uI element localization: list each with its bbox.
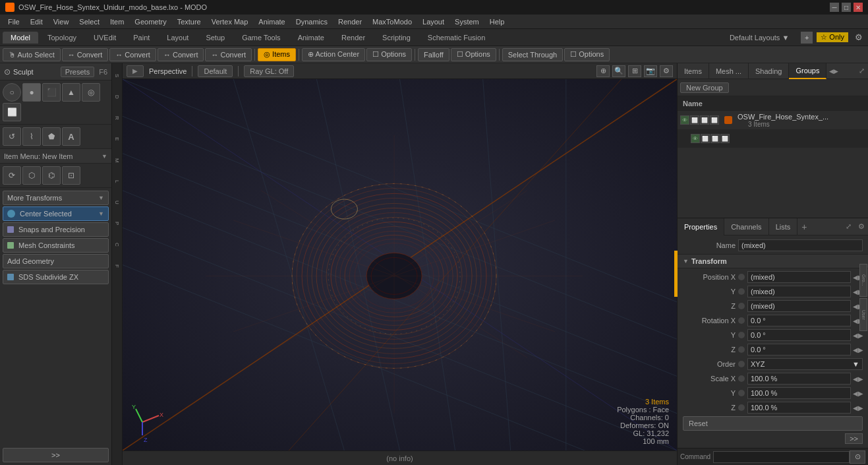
scale-y-arrow[interactable]: ◀▶ [854,388,863,398]
menubar-item-dynamics[interactable]: Dynamics [291,16,333,27]
item-sub-lock[interactable]: ⬜ [710,134,720,143]
transform-collapse[interactable]: ▼ [683,258,689,264]
add-tab-button[interactable]: + [797,218,811,235]
layout-tab-scripting[interactable]: Scripting [374,32,419,44]
falloff-button[interactable]: Falloff [418,48,449,61]
rotation-x-value[interactable]: 0.0 ° [747,315,851,326]
menubar-item-item[interactable]: Item [105,16,129,27]
rotation-z-dot[interactable] [738,346,745,353]
order-select[interactable]: XYZ ▼ [747,358,863,370]
sidebar-letter-m[interactable]: M [113,150,121,170]
layouts-gear-button[interactable]: ⚙ [852,32,865,42]
scale-z-value[interactable]: 100.0 % [747,402,851,414]
layout-tab-game_tools[interactable]: Game Tools [234,32,289,44]
options-button-3[interactable]: ☐ Options [564,48,610,61]
rotation-y-value[interactable]: 0.0 ° [747,329,851,341]
maximize-button[interactable]: □ [842,3,851,12]
tab-lists[interactable]: Lists [769,218,798,235]
item-menu-arrow[interactable]: ▼ [101,153,107,160]
scale-y-value[interactable]: 100.0 % [747,387,851,399]
item-menu-bar[interactable]: Item Menu: New Item ▼ [0,149,111,164]
list-item-sub[interactable]: 👁 ⬜ ⬜ ⬜ [678,129,868,148]
name-value[interactable]: (mixed) [738,239,863,251]
snaps-button[interactable]: Snaps and Precision [3,222,109,237]
sidebar-letter-d[interactable]: D [113,87,121,107]
rotation-x-dot[interactable] [738,317,745,324]
sidebar-letter-f[interactable]: F [113,256,121,276]
menubar-item-render[interactable]: Render [333,16,367,27]
menubar-item-system[interactable]: System [449,16,484,27]
viewport-rotate-icon[interactable]: ⊕ [596,65,610,77]
add-geometry-button[interactable]: Add Geometry [3,254,109,268]
position-x-value[interactable]: (mixed) [747,271,851,283]
tool-transform[interactable]: ⟳ [3,166,21,185]
viewport-camera-icon[interactable]: 📷 [644,65,657,77]
sidebar-letter-u[interactable]: U [113,193,121,212]
layout-tab-render[interactable]: Render [333,32,373,44]
tab-mesh[interactable]: Mesh ... [709,63,749,79]
sidebar-letter-s[interactable]: S [113,66,121,86]
tool-plane[interactable]: ⬜ [3,103,21,121]
reset-button[interactable]: Reset [683,416,863,431]
tab-items[interactable]: Items [678,63,709,79]
items-button[interactable]: ◎ Items [258,48,296,61]
ray-gl-button[interactable]: Ray GL: Off [244,65,294,77]
layout-tab-animate[interactable]: Animate [290,32,332,44]
menubar-item-edit[interactable]: Edit [25,16,48,27]
order-dot[interactable] [738,361,745,367]
sidebar-letter-r[interactable]: R [113,108,121,128]
item-extra-icon[interactable]: ⬜ [710,115,719,125]
viewport-settings-icon[interactable]: ⚙ [660,65,673,77]
position-z-dot[interactable] [738,303,745,309]
scale-z-arrow[interactable]: ◀▶ [854,403,863,412]
layout-tab-setup[interactable]: Setup [198,32,233,44]
item-sub-extra[interactable]: ⬜ [720,134,730,143]
scale-x-value[interactable]: 100.0 % [747,373,851,385]
sidebar-letter-p[interactable]: P [113,214,121,233]
item-sub-eye[interactable]: 👁 [691,134,700,143]
tool-sphere[interactable]: ○ [3,83,21,102]
right-tab-expand[interactable]: ⤢ [855,63,868,79]
position-y-value[interactable]: (mixed) [747,286,851,297]
menubar-item-select[interactable]: Select [74,16,105,27]
perspective-toggle[interactable]: ▶ [127,65,144,77]
command-input[interactable] [713,451,850,463]
scale-x-arrow[interactable]: ◀▶ [854,374,863,383]
convert-button-4[interactable]: ↔ Convert [205,48,252,61]
menubar-item-file[interactable]: File [3,16,25,27]
position-x-dot[interactable] [738,274,745,280]
menubar-item-vertex_map[interactable]: Vertex Map [206,16,254,27]
menubar-item-geometry[interactable]: Geometry [129,16,171,27]
default-style-button[interactable]: Default [198,65,233,77]
right-tab-arrow[interactable]: ◀▶ [829,68,838,75]
layout-tab-paint[interactable]: Paint [125,32,158,44]
titlebar-controls[interactable]: ─ □ ✕ [830,3,863,12]
side-strip-gro[interactable]: Gro... [859,264,867,297]
scale-z-dot[interactable] [738,404,745,411]
star-only-button[interactable]: ☆ Only [817,32,848,42]
options-button-1[interactable]: ☐ Options [366,48,412,61]
menubar-item-view[interactable]: View [48,16,74,27]
props-expand-button[interactable]: ⤢ [842,218,855,235]
center-selected-button[interactable]: Center Selected ▼ [3,206,109,221]
position-z-value[interactable]: (mixed) [747,300,851,312]
side-strip-user[interactable]: User [859,298,867,331]
item-sub-render[interactable]: ⬜ [701,134,710,143]
menubar-item-maxtomodo[interactable]: MaxToModo [367,16,417,27]
position-y-dot[interactable] [738,288,745,295]
layout-tab-layout[interactable]: Layout [159,32,196,44]
tool-cube[interactable]: ⬛ [42,83,61,102]
scale-y-dot[interactable] [738,390,745,396]
presets-button[interactable]: Presets [61,67,94,77]
convert-button-2[interactable]: ↔ Convert [109,48,156,61]
options-button-2[interactable]: ☐ Options [451,48,496,61]
list-item[interactable]: 👁 ⬜ ⬜ ⬜ OSW_Fire_Hose_Syntex_... 3 Items [678,111,868,129]
layout-tab-model[interactable]: Model [3,32,38,44]
menubar-item-texture[interactable]: Texture [172,16,206,27]
select-through-button[interactable]: Select Through [502,48,563,61]
rotation-z-arrow[interactable]: ◀▶ [854,345,863,354]
tab-shading[interactable]: Shading [749,63,789,79]
tool-tri[interactable]: ⌬ [42,166,61,185]
tool-ball[interactable]: ● [22,83,41,102]
tab-properties[interactable]: Properties [678,218,724,235]
